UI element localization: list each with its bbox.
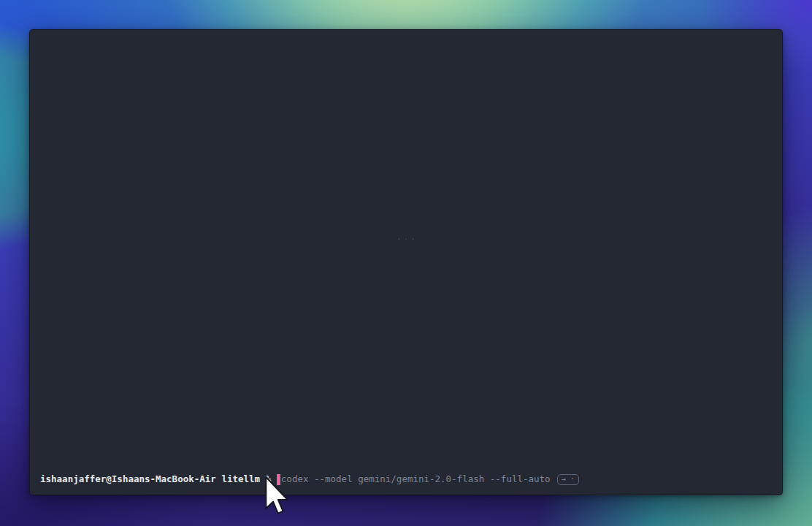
prompt-spacer bbox=[216, 479, 222, 480]
desktop-wallpaper: ··· ishaanjaffer@Ishaans-MacBook-Air lit… bbox=[0, 0, 812, 526]
terminal-output-area[interactable]: ··· bbox=[30, 30, 782, 495]
command-prompt-line[interactable]: ishaanjaffer@Ishaans-MacBook-Air litellm… bbox=[40, 473, 775, 485]
prompt-directory: litellm bbox=[221, 473, 260, 485]
prompt-user-host: ishaanjaffer@Ishaans-MacBook-Air bbox=[40, 473, 216, 485]
prompt-spacer bbox=[271, 479, 277, 480]
prompt-symbol: % bbox=[266, 473, 272, 485]
accept-suggestion-badge: → · bbox=[557, 474, 579, 485]
text-cursor bbox=[277, 474, 280, 485]
terminal-window[interactable]: ··· ishaanjaffer@Ishaans-MacBook-Air lit… bbox=[29, 29, 783, 495]
loading-dots: ··· bbox=[397, 235, 418, 244]
autosuggestion-text: codex --model gemini/gemini-2.0-flash --… bbox=[281, 473, 551, 485]
prompt-spacer bbox=[260, 479, 266, 480]
